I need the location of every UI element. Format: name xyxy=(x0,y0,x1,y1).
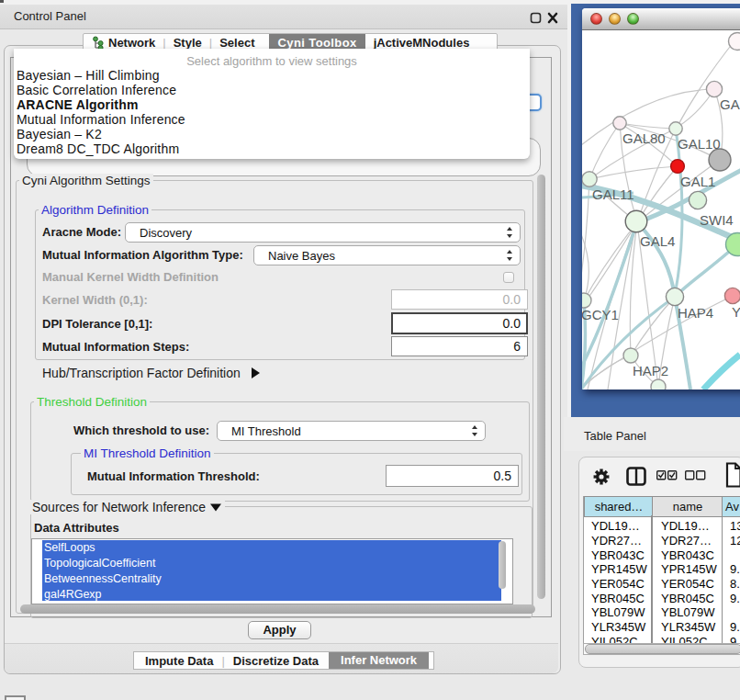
svg-text:GCY1: GCY1 xyxy=(582,307,619,322)
svg-text:GAL10: GAL10 xyxy=(678,136,721,152)
svg-text:GAL11: GAL11 xyxy=(592,186,634,202)
svg-text:HAP2: HAP2 xyxy=(633,363,668,378)
svg-text:SWI4: SWI4 xyxy=(700,212,734,228)
svg-text:GAL1: GAL1 xyxy=(680,174,715,189)
svg-text:Y: Y xyxy=(732,304,740,320)
svg-text:GAL7: GAL7 xyxy=(720,96,740,112)
svg-text:GAL4: GAL4 xyxy=(640,233,675,249)
svg-text:GAL80: GAL80 xyxy=(622,130,666,146)
svg-text:HAP4: HAP4 xyxy=(678,305,713,321)
